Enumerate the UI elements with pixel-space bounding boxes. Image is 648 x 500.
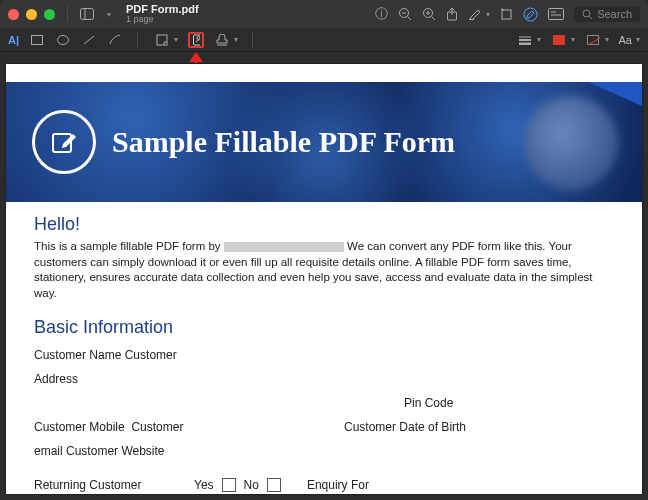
sidebar-toggle-icon[interactable] bbox=[80, 8, 98, 20]
label-pincode: Pin Code bbox=[404, 396, 614, 410]
label-no: No bbox=[244, 478, 259, 492]
info-icon[interactable]: ⓘ bbox=[375, 5, 388, 23]
fill-color-icon[interactable] bbox=[585, 32, 601, 48]
search-placeholder: Search bbox=[597, 8, 632, 20]
font-menu[interactable]: Aa bbox=[619, 34, 632, 46]
label-returning: Returning Customer bbox=[34, 478, 186, 492]
stamp-tool-icon[interactable] bbox=[214, 32, 230, 48]
banner-globe bbox=[524, 96, 618, 190]
edit-icon bbox=[32, 110, 96, 174]
text-tool[interactable]: A| bbox=[8, 34, 19, 46]
svg-line-18 bbox=[590, 16, 593, 19]
annotation-toolbar: A| ▾ ▾ ▾ ▾ ▾ Aa ▾ bbox=[0, 28, 648, 52]
document-title-group: PDF Form.pdf 1 page bbox=[126, 4, 199, 24]
note-tool-icon[interactable] bbox=[154, 32, 170, 48]
zoom-in-icon[interactable] bbox=[422, 7, 436, 21]
document-subtitle: 1 page bbox=[126, 15, 199, 24]
svg-rect-22 bbox=[157, 35, 167, 45]
basic-info-grid: Customer Name Customer Address Pin Code … bbox=[34, 348, 614, 458]
chevron-down-icon[interactable]: ▾ bbox=[537, 35, 541, 44]
titlebar: ▾ PDF Form.pdf 1 page ⓘ ▾ Search bbox=[0, 0, 648, 28]
separator bbox=[252, 32, 253, 48]
banner: Sample Fillable PDF Form bbox=[6, 82, 642, 202]
returning-row: Returning Customer Yes No Enquiry For bbox=[34, 478, 614, 492]
stroke-color-icon[interactable] bbox=[551, 32, 567, 48]
titlebar-actions: ⓘ ▾ Search bbox=[375, 5, 640, 23]
zoom-window[interactable] bbox=[44, 9, 55, 20]
label-mobile: Customer Mobile bbox=[34, 420, 125, 434]
checkbox-yes[interactable] bbox=[222, 478, 236, 492]
share-icon[interactable] bbox=[446, 7, 458, 21]
svg-rect-14 bbox=[549, 9, 564, 20]
label-name: Customer Name bbox=[34, 348, 121, 362]
label-enquiry: Enquiry For bbox=[307, 478, 369, 492]
line-tool-icon[interactable] bbox=[81, 32, 97, 48]
intro-text-pre: This is a sample fillable PDF form by bbox=[34, 240, 224, 252]
separator bbox=[137, 32, 138, 48]
highlight-icon[interactable] bbox=[468, 8, 482, 20]
chevron-down-icon[interactable]: ▾ bbox=[486, 10, 490, 19]
svg-marker-30 bbox=[189, 52, 203, 62]
label-customer2: Customer bbox=[131, 420, 183, 434]
svg-rect-19 bbox=[32, 35, 43, 44]
pen-tool-icon[interactable] bbox=[107, 32, 123, 48]
svg-point-24 bbox=[197, 36, 200, 39]
zoom-out-icon[interactable] bbox=[398, 7, 412, 21]
banner-title: Sample Fillable PDF Form bbox=[112, 126, 455, 158]
chevron-down-icon[interactable]: ▾ bbox=[636, 35, 640, 44]
svg-line-6 bbox=[432, 17, 436, 21]
rotate-icon[interactable] bbox=[500, 8, 513, 21]
label-dob: Customer Date of Birth bbox=[344, 420, 554, 434]
label-email: email bbox=[34, 444, 63, 458]
checkbox-no[interactable] bbox=[267, 478, 281, 492]
search-icon bbox=[582, 9, 593, 20]
intro-paragraph: This is a sample fillable PDF form by We… bbox=[34, 239, 614, 301]
close-window[interactable] bbox=[8, 9, 19, 20]
form-icon[interactable] bbox=[548, 8, 564, 20]
rect-tool-icon[interactable] bbox=[29, 32, 45, 48]
redacted-company bbox=[224, 242, 344, 252]
chevron-down-icon[interactable]: ▾ bbox=[605, 35, 609, 44]
svg-line-21 bbox=[84, 36, 94, 44]
label-customer: Customer bbox=[125, 348, 177, 362]
signature-tool-icon[interactable] bbox=[188, 32, 204, 48]
separator bbox=[67, 6, 68, 22]
svg-rect-0 bbox=[81, 9, 94, 20]
svg-point-17 bbox=[583, 10, 590, 17]
section-basic-info: Basic Information bbox=[34, 317, 614, 338]
label-website: Customer Website bbox=[66, 444, 164, 458]
chevron-down-icon[interactable]: ▾ bbox=[100, 10, 118, 19]
document-page[interactable]: Sample Fillable PDF Form Hello! This is … bbox=[6, 64, 642, 494]
search-field[interactable]: Search bbox=[574, 6, 640, 22]
label-address: Address bbox=[34, 372, 194, 386]
chevron-down-icon[interactable]: ▾ bbox=[571, 35, 575, 44]
hello-heading: Hello! bbox=[34, 214, 614, 235]
label-yes: Yes bbox=[194, 478, 214, 492]
markup-icon[interactable] bbox=[523, 7, 538, 22]
svg-point-13 bbox=[524, 8, 537, 21]
chevron-down-icon[interactable]: ▾ bbox=[234, 35, 238, 44]
line-weight-icon[interactable] bbox=[517, 32, 533, 48]
oval-tool-icon[interactable] bbox=[55, 32, 71, 48]
svg-point-20 bbox=[58, 35, 69, 44]
svg-rect-12 bbox=[502, 10, 511, 19]
window-controls bbox=[8, 9, 55, 20]
svg-line-3 bbox=[408, 17, 412, 21]
chevron-down-icon[interactable]: ▾ bbox=[174, 35, 178, 44]
minimize-window[interactable] bbox=[26, 9, 37, 20]
